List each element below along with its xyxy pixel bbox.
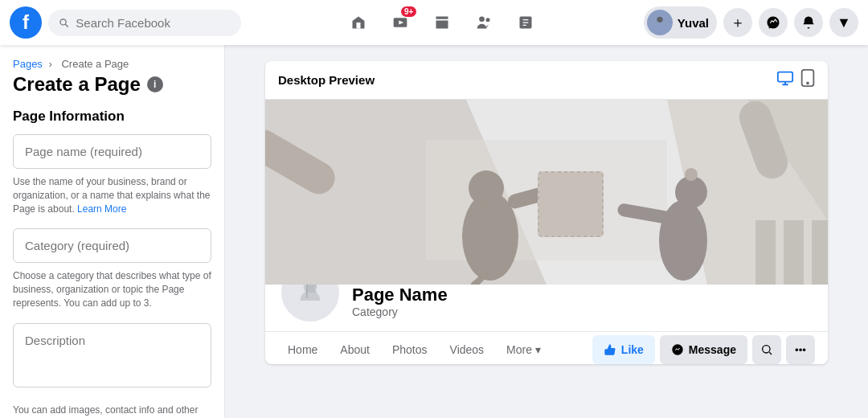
- top-navigation: f 9+ Yuval ＋: [0, 0, 868, 45]
- preview-card: Desktop Preview: [265, 61, 828, 364]
- page-name-section: Page Name Category: [352, 285, 448, 325]
- learn-more-link[interactable]: Learn More: [77, 203, 126, 215]
- nav-marketplace-button[interactable]: [423, 3, 461, 42]
- nav-pages-button[interactable]: [506, 3, 545, 42]
- cover-photo: [265, 100, 828, 285]
- nav-home[interactable]: Home: [278, 337, 327, 363]
- svg-point-2: [480, 17, 485, 23]
- nav-more[interactable]: More ▾: [497, 337, 551, 363]
- menu-button[interactable]: ▼: [829, 8, 858, 37]
- preview-title: Desktop Preview: [278, 73, 375, 87]
- nav-badge: 9+: [401, 6, 416, 17]
- search-input[interactable]: [76, 16, 231, 30]
- nav-right: Yuval ＋ ▼: [644, 6, 858, 39]
- nav-home-button[interactable]: [339, 3, 378, 42]
- desktop-view-icon[interactable]: [776, 69, 794, 91]
- add-button[interactable]: ＋: [723, 8, 752, 37]
- like-label: Like: [621, 343, 644, 356]
- notifications-button[interactable]: [794, 8, 823, 37]
- svg-point-8: [807, 83, 809, 84]
- category-input[interactable]: [13, 228, 211, 263]
- page-title-container: Create a Page i: [13, 73, 211, 96]
- svg-rect-22: [755, 220, 776, 285]
- preview-header: Desktop Preview: [265, 61, 828, 100]
- nav-about[interactable]: About: [330, 337, 379, 363]
- message-label: Message: [689, 343, 736, 356]
- sidebar: Pages › Create a Page Create a Page i Pa…: [0, 45, 225, 418]
- messenger-small-icon: [671, 343, 684, 356]
- nav-center-icons: 9+: [241, 3, 644, 42]
- svg-point-31: [763, 346, 770, 353]
- page-title: Create a Page: [13, 73, 141, 96]
- nav-photos[interactable]: Photos: [383, 337, 437, 363]
- ellipsis-icon: •••: [795, 344, 806, 356]
- messenger-button[interactable]: [759, 8, 788, 37]
- breadcrumb-separator: ›: [49, 58, 52, 70]
- breadcrumb: Pages › Create a Page: [13, 58, 211, 70]
- nav-watch-button[interactable]: 9+: [381, 3, 420, 42]
- svg-rect-23: [784, 220, 804, 285]
- section-label: Page Information: [13, 109, 211, 125]
- bottom-note: You can add images, contact info and oth…: [13, 404, 211, 418]
- svg-point-14: [469, 170, 504, 206]
- svg-rect-16: [538, 172, 603, 236]
- svg-rect-24: [812, 220, 828, 285]
- cover-illustration: [265, 100, 828, 285]
- breadcrumb-current: Create a Page: [61, 58, 129, 70]
- mobile-view-icon[interactable]: [800, 69, 815, 91]
- page-nav-right: Like Message •••: [592, 335, 815, 364]
- page-nav-left: Home About Photos Videos More ▾: [278, 337, 551, 363]
- preview-page-category: Category: [352, 305, 448, 318]
- search-page-button[interactable]: [752, 335, 781, 364]
- search-small-icon: [760, 343, 773, 356]
- nav-videos[interactable]: Videos: [440, 337, 494, 363]
- like-button[interactable]: Like: [592, 335, 655, 364]
- avatar: [647, 10, 673, 35]
- svg-point-3: [486, 18, 490, 22]
- svg-rect-6: [778, 72, 792, 82]
- page-navigation: Home About Photos Videos More ▾ Like: [265, 331, 828, 364]
- nav-friends-button[interactable]: [465, 3, 503, 42]
- message-button[interactable]: Message: [660, 335, 747, 364]
- svg-point-19: [685, 168, 698, 181]
- thumbs-up-icon: [604, 343, 616, 356]
- breadcrumb-parent[interactable]: Pages: [13, 58, 43, 70]
- main-content: Pages › Create a Page Create a Page i Pa…: [0, 45, 868, 418]
- facebook-logo[interactable]: f: [10, 6, 42, 39]
- preview-view-icons: [776, 69, 815, 91]
- search-bar[interactable]: [48, 10, 241, 36]
- right-content: Desktop Preview: [225, 45, 868, 418]
- svg-point-5: [657, 17, 662, 23]
- page-name-help: Use the name of your business, brand or …: [13, 175, 211, 215]
- page-name-input[interactable]: [13, 134, 211, 169]
- preview-page-name: Page Name: [352, 285, 448, 305]
- more-actions-button[interactable]: •••: [786, 335, 815, 364]
- chevron-down-icon: ▾: [535, 343, 541, 356]
- category-help: Choose a category that describes what ty…: [13, 269, 211, 309]
- user-name: Yuval: [678, 16, 709, 30]
- info-icon[interactable]: i: [147, 76, 163, 92]
- description-textarea[interactable]: [13, 323, 211, 387]
- search-icon: [58, 16, 69, 29]
- user-profile-button[interactable]: Yuval: [644, 6, 717, 39]
